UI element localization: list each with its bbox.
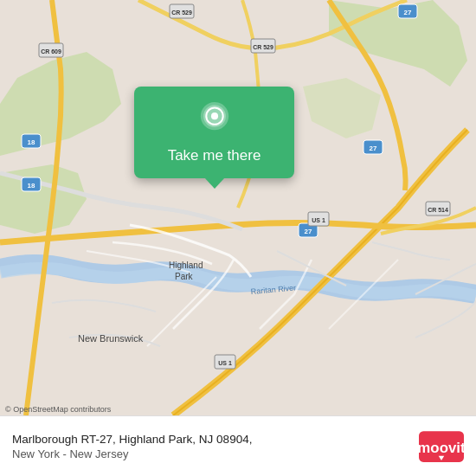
svg-text:27: 27 bbox=[404, 9, 412, 16]
moovit-logo-image: moovit bbox=[419, 431, 464, 462]
svg-text:US 1: US 1 bbox=[218, 360, 232, 366]
address-line: Marlborough RT-27, Highland Park, NJ 089… bbox=[12, 432, 410, 448]
bottom-bar: Marlborough RT-27, Highland Park, NJ 089… bbox=[0, 415, 476, 476]
svg-text:18: 18 bbox=[28, 182, 35, 190]
svg-text:27: 27 bbox=[370, 145, 377, 152]
take-me-there-button[interactable]: Take me there bbox=[168, 147, 261, 164]
svg-text:New Brunswick: New Brunswick bbox=[78, 333, 144, 344]
svg-text:US 1: US 1 bbox=[312, 217, 325, 223]
osm-credit: © OpenStreetMap contributors bbox=[5, 405, 111, 414]
svg-point-34 bbox=[210, 113, 217, 119]
popup-card[interactable]: Take me there bbox=[134, 87, 294, 178]
svg-text:CR 609: CR 609 bbox=[41, 48, 61, 55]
svg-text:moovit: moovit bbox=[419, 439, 464, 455]
moovit-logo: moovit bbox=[419, 431, 464, 462]
svg-text:Highland: Highland bbox=[169, 261, 203, 270]
svg-text:CR 529: CR 529 bbox=[253, 44, 273, 50]
bottom-text-area: Marlborough RT-27, Highland Park, NJ 089… bbox=[12, 432, 410, 461]
map-container[interactable]: Raritan River bbox=[0, 0, 476, 415]
route-line: New York - New Jersey bbox=[12, 447, 410, 460]
svg-text:Park: Park bbox=[175, 272, 194, 281]
svg-text:27: 27 bbox=[305, 228, 312, 235]
location-pin-icon bbox=[196, 102, 233, 138]
map-svg: Raritan River bbox=[0, 0, 476, 415]
svg-text:18: 18 bbox=[28, 138, 35, 146]
svg-text:CR 514: CR 514 bbox=[428, 207, 448, 213]
svg-text:CR 529: CR 529 bbox=[171, 10, 192, 16]
